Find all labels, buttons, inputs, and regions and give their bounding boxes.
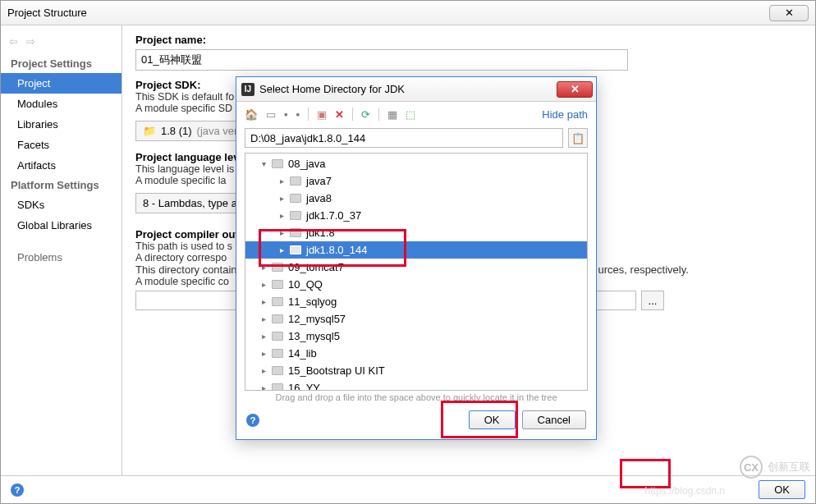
sidebar-item-modules[interactable]: Modules [1, 94, 121, 114]
window-close-button[interactable]: ✕ [769, 5, 809, 21]
tree-row[interactable]: ▸jdk1.8 [245, 224, 587, 241]
folder-icon [272, 280, 283, 289]
tree-row[interactable]: ▾08_java [245, 155, 587, 172]
twisty-icon[interactable]: ▸ [260, 314, 267, 323]
folder-icon [290, 194, 301, 203]
twisty-icon[interactable]: ▸ [278, 228, 285, 237]
project-structure-window: Project Structure ✕ ⇦ ⇨ Project Settings… [0, 0, 816, 504]
tree-row[interactable]: ▸java7 [245, 172, 587, 190]
tree-row[interactable]: ▸09_tomcat7 [245, 259, 587, 276]
tree-label: 10_QQ [288, 278, 323, 291]
tree-row[interactable]: ▸14_lib [245, 345, 587, 362]
path-input[interactable]: D:\08_java\jdk1.8.0_144 [245, 128, 563, 148]
hide-path-link[interactable]: Hide path [542, 108, 588, 121]
tree-label: jdk1.8.0_144 [306, 244, 367, 256]
project-name-input[interactable]: 01_码神联盟 [135, 49, 628, 71]
twisty-icon[interactable]: ▾ [260, 159, 267, 168]
dialog-help-icon[interactable]: ? [246, 414, 259, 427]
twisty-icon[interactable]: ▸ [278, 194, 285, 203]
select-jdk-dialog: IJ Select Home Directory for JDK ✕ 🏠 ▭ ▪… [236, 76, 597, 440]
refresh-icon[interactable]: ⟳ [361, 108, 370, 121]
dialog-cancel-button[interactable]: Cancel [522, 410, 586, 429]
twisty-icon[interactable]: ▸ [260, 297, 267, 306]
dialog-ok-button[interactable]: OK [469, 410, 516, 429]
folder-icon [272, 366, 283, 375]
twisty-icon[interactable]: ▸ [260, 349, 267, 358]
tree-label: 15_Bootstrap UI KIT [288, 364, 385, 377]
project-name-label: Project name: [135, 34, 802, 46]
sidebar-item-facets[interactable]: Facets [1, 135, 121, 155]
history-button[interactable]: 📋 [568, 128, 588, 148]
dialog-title: Select Home Directory for JDK [259, 83, 405, 95]
folder-icon [272, 159, 283, 168]
nav-forward-icon[interactable]: ⇨ [26, 35, 35, 48]
folder-icon [290, 245, 301, 254]
nav-back-icon[interactable]: ⇦ [9, 35, 18, 48]
folder-icon [272, 332, 283, 341]
browse-button[interactable]: ... [641, 291, 664, 310]
module-icon[interactable]: ▪ [284, 108, 288, 121]
tree-label: 14_lib [288, 347, 317, 360]
tree-row[interactable]: ▸16_YY [245, 379, 587, 391]
folder-icon [290, 228, 301, 237]
twisty-icon[interactable]: ▸ [278, 211, 285, 220]
twisty-icon[interactable]: ▸ [278, 176, 285, 186]
twisty-icon[interactable]: ▸ [260, 280, 267, 289]
tree-hint: Drag and drop a file into the space abov… [236, 391, 596, 402]
dialog-close-button[interactable]: ✕ [557, 81, 593, 98]
twisty-icon[interactable]: ▸ [260, 263, 267, 272]
footer: ? OK [1, 475, 815, 503]
project-icon[interactable]: ▭ [266, 108, 276, 121]
tree-label: java7 [306, 175, 332, 187]
twisty-icon[interactable]: ▸ [260, 366, 267, 375]
tree-row[interactable]: ▸11_sqlyog [245, 293, 587, 310]
twisty-icon[interactable]: ▸ [278, 245, 285, 254]
sidebar-item-global-libraries[interactable]: Global Libraries [1, 215, 121, 236]
tree-row[interactable]: ▸10_QQ [245, 276, 587, 293]
tree-label: 13_mysql5 [288, 330, 340, 342]
tree-label: jdk1.7.0_37 [306, 209, 361, 222]
folder-icon [272, 349, 283, 358]
tree-row[interactable]: ▸jdk1.7.0_37 [245, 207, 587, 224]
show-hidden-icon[interactable]: ▦ [387, 108, 397, 121]
sidebar-item-libraries[interactable]: Libraries [1, 114, 121, 135]
sidebar-item-sdks[interactable]: SDKs [1, 195, 121, 215]
sidebar-heading-project: Project Settings [1, 54, 121, 73]
delete-icon[interactable]: ✕ [335, 108, 344, 121]
dialog-titlebar: IJ Select Home Directory for JDK ✕ [236, 77, 596, 102]
window-title: Project Structure [7, 7, 87, 19]
titlebar: Project Structure ✕ [1, 1, 815, 25]
expand-icon[interactable]: ⬚ [406, 108, 415, 121]
sidebar-item-artifacts[interactable]: Artifacts [1, 155, 121, 176]
help-icon[interactable]: ? [11, 483, 24, 497]
ok-button-main[interactable]: OK [759, 480, 805, 499]
twisty-icon[interactable]: ▸ [260, 332, 267, 341]
folder-icon [290, 176, 301, 186]
tree-label: java8 [306, 192, 332, 204]
twisty-icon[interactable]: ▸ [260, 383, 267, 391]
tree-label: 08_java [288, 158, 326, 170]
tree-row[interactable]: ▸jdk1.8.0_144 [245, 241, 587, 259]
nav-arrows: ⇦ ⇨ [1, 32, 121, 54]
sidebar-item-problems[interactable]: Problems [1, 247, 121, 268]
new-folder-icon[interactable]: ▣ [317, 108, 327, 121]
dialog-toolbar: 🏠 ▭ ▪ ▪ ▣ ✕ ⟳ ▦ ⬚ Hide path [236, 102, 596, 126]
content-root-icon[interactable]: ▪ [296, 108, 300, 121]
folder-icon [272, 383, 283, 391]
tree-label: 09_tomcat7 [288, 261, 344, 273]
folder-icon [272, 263, 283, 272]
tree-label: jdk1.8 [306, 227, 335, 239]
directory-tree[interactable]: ▾08_java▸java7▸java8▸jdk1.7.0_37▸jdk1.8▸… [245, 153, 588, 391]
tree-label: 16_YY [288, 382, 320, 391]
tree-row[interactable]: ▸13_mysql5 [245, 328, 587, 345]
tree-row[interactable]: ▸12_mysql57 [245, 310, 587, 328]
tree-row[interactable]: ▸java8 [245, 190, 587, 207]
folder-icon [290, 211, 301, 220]
sidebar-item-project[interactable]: Project [1, 73, 121, 94]
folder-icon [272, 314, 283, 323]
sidebar: ⇦ ⇨ Project Settings Project Modules Lib… [1, 25, 122, 475]
intellij-icon: IJ [241, 83, 254, 96]
tree-label: 11_sqlyog [288, 296, 337, 308]
home-icon[interactable]: 🏠 [245, 108, 258, 121]
tree-row[interactable]: ▸15_Bootstrap UI KIT [245, 362, 587, 379]
